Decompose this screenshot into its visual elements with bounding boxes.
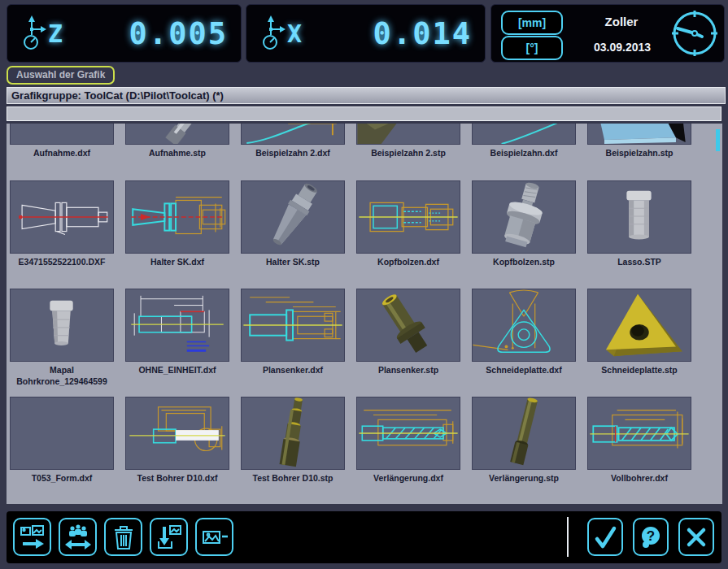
file-label: Beispielzahn 2.dxf bbox=[236, 147, 350, 159]
thumbnail-beispielzahn-dxf bbox=[472, 124, 576, 145]
thumbnail-ohne-einheit-dxf bbox=[125, 289, 229, 362]
unit-mm-button[interactable]: [mm] bbox=[501, 11, 563, 35]
tile-ohne-einheit-dxf[interactable]: OHNE_EINHEIT.dxf bbox=[125, 289, 229, 387]
tile-kopfbolzen-dxf[interactable]: Kopfbolzen.dxf bbox=[356, 180, 460, 267]
file-label: Plansenker.dxf bbox=[236, 364, 350, 376]
thumbnail-mapal-bohrkrone bbox=[10, 289, 114, 362]
tile-verlaengerung-dxf[interactable]: Verlängerung.dxf bbox=[356, 397, 460, 484]
file-label: Plansenker.stp bbox=[351, 364, 465, 376]
tile-t053-form-dxf[interactable]: T053_Form.dxf bbox=[10, 397, 114, 484]
file-label: Beispielzahn 2.stp bbox=[351, 147, 465, 159]
zoller-pilot-screen: Z 0.005 X 0.014 [mm] [°] Zoller 03.09.20… bbox=[0, 0, 728, 569]
trash-icon bbox=[110, 523, 137, 551]
file-label: Verlängerung.stp bbox=[467, 472, 581, 484]
toolbar-divider bbox=[567, 517, 569, 557]
tile-halter-sk-stp[interactable]: Halter SK.stp bbox=[241, 180, 345, 267]
tile-plansenker-dxf[interactable]: Plansenker.dxf bbox=[241, 289, 345, 387]
copy-image-right-icon bbox=[19, 523, 46, 551]
confirm-button[interactable] bbox=[587, 518, 623, 556]
z-axis-label: Z bbox=[48, 20, 63, 48]
file-grid: Aufnahme.dxf Aufnahme.stp bbox=[7, 124, 722, 504]
thumbnail-plansenker-dxf bbox=[241, 289, 345, 362]
svg-text:?: ? bbox=[647, 528, 655, 544]
file-label: OHNE_EINHEIT.dxf bbox=[120, 364, 234, 376]
thumbnail-beispielzahn2-stp bbox=[356, 124, 460, 145]
thumbnail-lasso-stp bbox=[587, 180, 691, 254]
remove-image-button[interactable] bbox=[195, 518, 233, 556]
file-label: Verlängerung.dxf bbox=[351, 472, 465, 484]
x-axis-readout: X 0.014 bbox=[246, 4, 486, 63]
z-axis-value: 0.005 bbox=[129, 16, 228, 51]
tile-lasso-stp[interactable]: Lasso.STP bbox=[587, 180, 691, 267]
tile-beispielzahn2-stp[interactable]: Beispielzahn 2.stp bbox=[356, 124, 460, 159]
unit-degree-button[interactable]: [°] bbox=[501, 36, 563, 60]
tile-beispielzahn-dxf[interactable]: Beispielzahn.dxf bbox=[472, 124, 576, 159]
import-image-icon bbox=[155, 523, 183, 551]
thumbnail-schneideplatte-dxf bbox=[472, 289, 576, 362]
close-icon bbox=[682, 523, 710, 551]
file-label: Aufnahme.dxf bbox=[5, 147, 119, 159]
remove-image-icon bbox=[201, 523, 229, 551]
tile-halter-sk-dxf[interactable]: Halter SK.dxf bbox=[125, 180, 229, 267]
tile-beispielzahn-stp[interactable]: Beispielzahn.stp bbox=[587, 124, 691, 159]
date-label: 03.09.2013 bbox=[569, 41, 675, 54]
tile-beispielzahn2-dxf[interactable]: Beispielzahn 2.dxf bbox=[241, 124, 345, 159]
help-button[interactable]: ? bbox=[633, 518, 669, 556]
filter-input[interactable] bbox=[7, 106, 721, 121]
file-label: T053_Form.dxf bbox=[5, 472, 119, 484]
info-panel: [mm] [°] Zoller 03.09.2013 bbox=[490, 4, 725, 63]
thumbnail-e3471552522100-dxf bbox=[10, 180, 114, 254]
axis-x-icon bbox=[261, 15, 286, 51]
thumbnail-beispielzahn2-dxf bbox=[241, 124, 345, 145]
thumbnail-t053-form-dxf bbox=[10, 397, 114, 470]
file-label: Halter SK.dxf bbox=[120, 256, 234, 267]
page-title: Auswahl der Grafik bbox=[7, 66, 115, 85]
thumbnail-kopfbolzen-dxf bbox=[356, 180, 460, 254]
import-image-button[interactable] bbox=[150, 518, 188, 556]
bottom-toolbar: ? bbox=[7, 511, 721, 563]
tile-aufnahme-dxf[interactable]: Aufnahme.dxf bbox=[10, 124, 114, 159]
tile-test-bohrer-d10-dxf[interactable]: Test Bohrer D10.dxf bbox=[125, 397, 229, 484]
thumbnail-halter-sk-dxf bbox=[125, 180, 229, 254]
tile-aufnahme-stp[interactable]: Aufnahme.stp bbox=[125, 124, 229, 159]
thumbnail-kopfbolzen-stp bbox=[472, 180, 576, 254]
cancel-button[interactable] bbox=[678, 518, 714, 556]
thumbnail-test-bohrer-d10-stp bbox=[241, 397, 345, 470]
file-label: Test Bohrer D10.dxf bbox=[120, 472, 234, 484]
thumbnail-beispielzahn-stp bbox=[587, 124, 691, 145]
tile-e3471552522100-dxf[interactable]: E3471552522100.DXF bbox=[10, 180, 114, 267]
clock-icon bbox=[670, 9, 719, 58]
thumbnail-verlaengerung-stp bbox=[472, 397, 576, 470]
thumbnail-halter-sk-stp bbox=[241, 180, 345, 254]
tile-plansenker-stp[interactable]: Plansenker.stp bbox=[356, 289, 460, 387]
thumbnail-aufnahme-dxf bbox=[10, 124, 114, 145]
thumbnail-plansenker-stp bbox=[356, 289, 460, 362]
file-label: Beispielzahn.dxf bbox=[467, 147, 581, 159]
grid-scrollbar-thumb[interactable] bbox=[716, 129, 720, 151]
tile-verlaengerung-stp[interactable]: Verlängerung.stp bbox=[472, 397, 576, 484]
thumbnail-aufnahme-stp bbox=[125, 124, 229, 145]
file-label: Schneideplatte.stp bbox=[582, 364, 696, 376]
swap-group-button[interactable] bbox=[59, 518, 97, 556]
copy-image-button[interactable] bbox=[13, 518, 51, 556]
thumbnail-vollbohrer-dxf bbox=[587, 397, 691, 470]
file-label: Test Bohrer D10.stp bbox=[236, 472, 350, 484]
file-label: Kopfbolzen.stp bbox=[467, 256, 581, 267]
tile-schneideplatte-dxf[interactable]: Schneideplatte.dxf bbox=[472, 289, 576, 387]
file-label: Aufnahme.stp bbox=[120, 147, 234, 159]
z-axis-readout: Z 0.005 bbox=[7, 4, 242, 63]
file-label: Halter SK.stp bbox=[236, 256, 350, 267]
graphic-group-bar[interactable]: Grafikgruppe: ToolCat (D:\Pilot\Toolcat)… bbox=[7, 87, 726, 104]
delete-button[interactable] bbox=[104, 518, 142, 556]
file-label: Vollbohrer.dxf bbox=[582, 472, 696, 484]
tile-vollbohrer-dxf[interactable]: Vollbohrer.dxf bbox=[587, 397, 691, 484]
tile-mapal-bohrkrone[interactable]: Mapal Bohrkrone_129464599 bbox=[10, 289, 114, 387]
check-icon bbox=[591, 523, 619, 551]
x-axis-value: 0.014 bbox=[373, 16, 472, 51]
swap-group-icon bbox=[64, 523, 92, 551]
axis-z-icon bbox=[22, 15, 46, 51]
tile-kopfbolzen-stp[interactable]: Kopfbolzen.stp bbox=[472, 180, 576, 267]
tile-schneideplatte-stp[interactable]: Schneideplatte.stp bbox=[587, 289, 691, 387]
x-axis-label: X bbox=[287, 20, 302, 48]
tile-test-bohrer-d10-stp[interactable]: Test Bohrer D10.stp bbox=[241, 397, 345, 484]
